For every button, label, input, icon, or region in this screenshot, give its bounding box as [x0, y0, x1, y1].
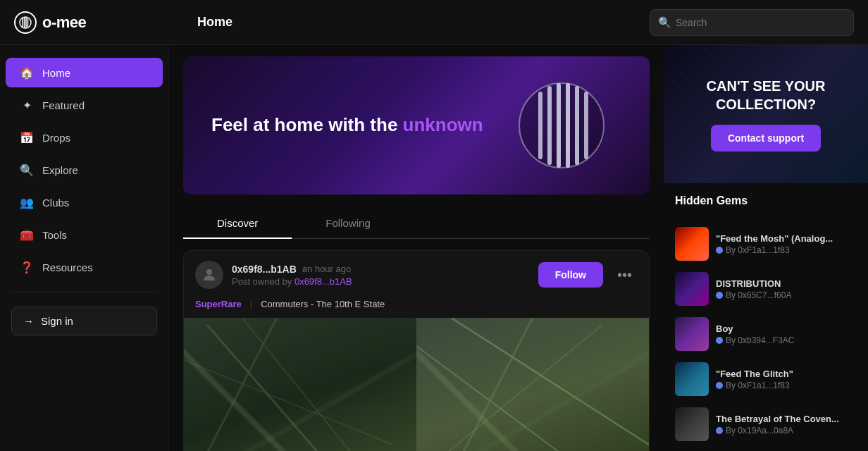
hero-banner: Feel at home with the unknown	[183, 56, 650, 194]
svg-line-17	[452, 318, 650, 445]
more-options-button[interactable]: •••	[612, 264, 638, 286]
gem-info-0: "Feed the Mosh" (Analog... By 0xF1a1...1…	[716, 233, 857, 255]
post-image	[184, 318, 649, 451]
logo-text: o-mee	[42, 13, 86, 32]
sidebar-item-drops[interactable]: 📅 Drops	[6, 123, 163, 152]
gem-item-3[interactable]: "Feed The Glitch" By 0xF1a1...1f83	[675, 357, 857, 402]
gem-name-4: The Betrayal of The Coven...	[716, 414, 857, 424]
main-layout: 🏠 Home ✦ Featured 📅 Drops 🔍 Explore 👥 Cl…	[0, 45, 868, 451]
gem-item-2[interactable]: Boy By 0xb394...F3AC	[675, 311, 857, 357]
eth-icon-4	[716, 427, 723, 434]
gem-name-1: DISTRIBUTION	[716, 278, 857, 289]
sidebar-item-explore[interactable]: 🔍 Explore	[6, 155, 163, 185]
svg-line-18	[416, 346, 591, 451]
eth-icon-3	[716, 382, 723, 389]
topbar: o-mee Home 🔍	[0, 0, 868, 45]
avatar	[195, 261, 223, 289]
gem-item-1[interactable]: DISTRIBUTION By 0x65C7...f60A	[675, 266, 857, 311]
home-icon: 🏠	[20, 66, 34, 80]
gem-name-2: Boy	[716, 323, 857, 334]
hero-accent: unknown	[403, 114, 483, 135]
sidebar-item-home[interactable]: 🏠 Home	[6, 58, 163, 87]
svg-point-5	[519, 83, 604, 168]
gem-thumb-2	[675, 317, 709, 351]
gem-author-4: By 0x19Aa...0a8A	[716, 426, 857, 435]
gem-info-1: DISTRIBUTION By 0x65C7...f60A	[716, 278, 857, 300]
content-area: Feel at home with the unknown Discover F…	[169, 45, 664, 451]
hidden-gems-section: Hidden Gems "Feed the Mosh" (Analog... B…	[664, 194, 868, 451]
sidebar-divider	[11, 292, 157, 292]
content-tabs: Discover Following	[183, 209, 650, 239]
help-icon: ❓	[20, 260, 34, 274]
eth-icon-0	[716, 247, 723, 254]
logo[interactable]: o-mee	[14, 11, 183, 34]
post-author: 0x69f8...b1AB an hour ago	[232, 264, 530, 275]
cta-banner: CAN'T SEE YOUR COLLECTION? Contact suppo…	[664, 45, 868, 183]
gem-thumb-3	[675, 362, 709, 396]
calendar-icon: 📅	[20, 130, 34, 144]
owned-by-addr: 0x69f8...b1AB	[294, 276, 352, 287]
sign-in-icon: →	[23, 315, 34, 327]
contact-support-button[interactable]: Contact support	[711, 125, 821, 152]
star-icon: ✦	[20, 98, 34, 112]
svg-line-13	[207, 325, 323, 451]
gem-info-4: The Betrayal of The Coven... By 0x19Aa..…	[716, 414, 857, 435]
sidebar-item-resources[interactable]: ❓ Resources	[6, 252, 163, 282]
sidebar-item-clubs[interactable]: 👥 Clubs	[6, 187, 163, 217]
svg-line-15	[184, 360, 393, 445]
owned-by-label: Post owned by	[232, 276, 292, 287]
tools-icon: 🧰	[20, 228, 34, 242]
logo-icon	[14, 11, 37, 34]
post-title: Commuters - The 10th E State	[261, 299, 385, 309]
gem-name-3: "Feed The Glitch"	[716, 369, 857, 379]
follow-button[interactable]: Follow	[538, 262, 603, 288]
sidebar-label-featured: Featured	[42, 99, 85, 111]
post-tags: SuperRare | Commuters - The 10th E State	[184, 299, 649, 318]
sign-in-label: Sign in	[41, 315, 73, 327]
gem-author-2: By 0xb394...F3AC	[716, 335, 857, 345]
sidebar-item-featured[interactable]: ✦ Featured	[6, 90, 163, 120]
clubs-icon: 👥	[20, 195, 34, 209]
sign-in-button[interactable]: → Sign in	[11, 307, 157, 335]
svg-point-0	[20, 17, 31, 28]
search-input[interactable]	[650, 9, 854, 36]
sidebar-item-tools[interactable]: 🧰 Tools	[6, 220, 163, 249]
sidebar-label-explore: Explore	[42, 164, 78, 176]
sidebar-label-clubs: Clubs	[42, 197, 69, 209]
svg-line-19	[452, 318, 533, 451]
gem-thumb-0	[675, 227, 709, 261]
post-image-right	[416, 318, 649, 451]
post-time: an hour ago	[302, 264, 351, 274]
cta-bg-decoration	[664, 45, 868, 183]
svg-line-14	[242, 318, 371, 451]
sidebar: 🏠 Home ✦ Featured 📅 Drops 🔍 Explore 👥 Cl…	[0, 45, 169, 451]
post-card: 0x69f8...b1AB an hour ago Post owned by …	[183, 250, 650, 451]
svg-line-16	[196, 318, 278, 451]
post-owned: Post owned by 0x69f8...b1AB	[232, 276, 530, 287]
gem-info-2: Boy By 0xb394...F3AC	[716, 323, 857, 345]
gem-info-3: "Feed The Glitch" By 0xF1a1...1f83	[716, 369, 857, 390]
tab-discover[interactable]: Discover	[183, 209, 292, 239]
sidebar-label-drops: Drops	[42, 132, 70, 144]
eth-icon-1	[716, 292, 723, 299]
gem-author-0: By 0xF1a1...1f83	[716, 245, 857, 255]
post-image-inner	[184, 318, 649, 451]
page-title: Home	[183, 15, 650, 30]
gem-item-0[interactable]: "Feed the Mosh" (Analog... By 0xF1a1...1…	[675, 221, 857, 266]
search-icon: 🔍	[658, 16, 671, 29]
cta-text: CAN'T SEE YOUR COLLECTION?	[678, 77, 854, 113]
gem-name-0: "Feed the Mosh" (Analog...	[716, 233, 857, 244]
gem-thumb-4	[675, 407, 709, 441]
eth-icon-2	[716, 337, 723, 344]
sidebar-label-home: Home	[42, 67, 70, 79]
explore-icon: 🔍	[20, 163, 34, 177]
svg-line-20	[440, 325, 602, 451]
search-container: 🔍	[650, 9, 854, 36]
sidebar-label-tools: Tools	[42, 229, 67, 241]
gem-thumb-1	[675, 272, 709, 306]
gem-item-4[interactable]: The Betrayal of The Coven... By 0x19Aa..…	[675, 402, 857, 447]
tab-following[interactable]: Following	[292, 209, 404, 239]
author-address: 0x69f8...b1AB	[232, 264, 297, 275]
svg-point-12	[206, 269, 212, 275]
right-panel: CAN'T SEE YOUR COLLECTION? Contact suppo…	[664, 45, 868, 451]
